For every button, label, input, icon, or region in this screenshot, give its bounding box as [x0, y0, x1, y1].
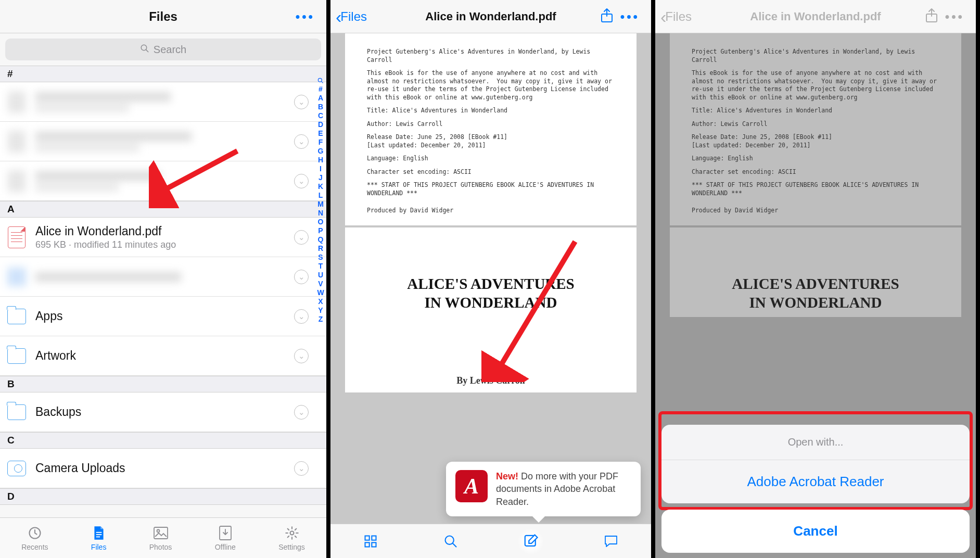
folder-name: Backups — [35, 405, 294, 419]
sheet-title: Open with... — [661, 425, 970, 460]
chevron-down-icon[interactable]: ⌄ — [294, 405, 309, 420]
svg-rect-15 — [365, 536, 370, 540]
file-icon — [92, 525, 106, 541]
folder-icon — [7, 345, 26, 367]
folder-name: Apps — [35, 309, 294, 323]
more-icon[interactable]: ••• — [620, 9, 640, 24]
folder-camera-uploads[interactable]: Camera Uploads ⌄ — [0, 449, 326, 488]
svg-point-10 — [157, 529, 159, 532]
svg-rect-6 — [96, 531, 101, 532]
edit-button[interactable] — [518, 528, 544, 554]
pdf-file-icon — [7, 226, 26, 248]
search-input[interactable]: Search — [5, 39, 321, 60]
svg-rect-16 — [372, 536, 376, 540]
tab-bar: Recents Files Photos Offline Settings — [0, 517, 326, 558]
clock-icon — [28, 525, 42, 541]
search-button[interactable] — [438, 528, 464, 554]
list-item[interactable]: ⌄ — [0, 161, 326, 201]
file-meta: 695 KB · modified 11 minutes ago — [35, 239, 294, 250]
tab-files[interactable]: Files — [91, 525, 107, 551]
share-button[interactable] — [600, 8, 614, 26]
svg-rect-8 — [96, 536, 100, 537]
section-a: A — [0, 201, 326, 218]
more-icon: ••• — [945, 9, 964, 24]
tab-photos[interactable]: Photos — [149, 525, 172, 551]
tab-offline[interactable]: Offline — [215, 525, 236, 551]
svg-line-20 — [453, 543, 456, 547]
list-item[interactable]: ⌄ — [0, 82, 326, 122]
chevron-down-icon[interactable]: ⌄ — [294, 270, 309, 284]
section-b: B — [0, 376, 326, 392]
viewer-navbar: ‹ Files Alice in Wonderland.pdf ••• — [330, 0, 651, 33]
file-name: Alice in Wonderland.pdf — [35, 224, 294, 238]
chevron-down-icon[interactable]: ⌄ — [294, 174, 309, 188]
action-sheet: Open with... Adobe Acrobat Reader Cancel — [661, 425, 970, 553]
grid-button[interactable] — [358, 528, 384, 554]
folder-artwork[interactable]: Artwork ⌄ — [0, 336, 326, 376]
list-item[interactable]: ⌄ — [0, 122, 326, 161]
chevron-down-icon[interactable]: ⌄ — [294, 134, 309, 149]
download-icon — [219, 525, 232, 541]
viewer-toolbar — [330, 524, 651, 558]
gear-icon — [285, 525, 299, 541]
acrobat-tooltip: A New! Do more with your PDF documents i… — [446, 462, 641, 516]
cancel-button[interactable]: Cancel — [661, 510, 970, 553]
tab-settings[interactable]: Settings — [278, 525, 305, 551]
acrobat-icon: A — [455, 470, 488, 502]
chevron-down-icon[interactable]: ⌄ — [294, 349, 309, 363]
tooltip-new-label: New! — [496, 471, 518, 481]
svg-rect-9 — [154, 527, 168, 539]
open-with-adobe[interactable]: Adobe Acrobat Reader — [661, 460, 970, 503]
svg-line-1 — [146, 49, 148, 52]
chevron-down-icon[interactable]: ⌄ — [294, 230, 309, 245]
document-title: Alice in Wonderland.pdf — [425, 10, 556, 23]
folder-name: Artwork — [35, 349, 294, 363]
chevron-down-icon[interactable]: ⌄ — [294, 461, 309, 476]
file-row-alice[interactable]: Alice in Wonderland.pdf 695 KB · modifie… — [0, 218, 326, 257]
files-navbar: Files ••• — [0, 0, 326, 33]
list-item[interactable]: ⌄ — [0, 257, 326, 297]
section-hash: # — [0, 66, 326, 82]
folder-backups[interactable]: Backups ⌄ — [0, 392, 326, 432]
document-viewport[interactable]: Project Gutenberg's Alice's Adventures i… — [330, 33, 651, 558]
search-icon — [140, 44, 149, 56]
search-placeholder: Search — [154, 44, 186, 56]
svg-point-12 — [290, 531, 294, 535]
folder-icon — [7, 306, 26, 327]
viewer-navbar: ‹ Files Alice in Wonderland.pdf ••• — [655, 0, 976, 33]
back-button: ‹ Files — [660, 6, 692, 27]
comment-button[interactable] — [598, 528, 624, 554]
svg-line-3 — [321, 81, 323, 83]
alpha-index[interactable]: #ABCDEFGHIJKLMNOPQRSTUVWXYZ — [316, 77, 325, 323]
section-d: D — [0, 488, 326, 505]
share-button — [925, 8, 938, 26]
navbar-title: Files — [149, 9, 177, 24]
svg-rect-7 — [96, 534, 101, 535]
section-c: C — [0, 432, 326, 449]
more-icon[interactable]: ••• — [296, 9, 315, 24]
folder-name: Camera Uploads — [35, 461, 294, 475]
tab-recents[interactable]: Recents — [21, 525, 48, 551]
chevron-down-icon[interactable]: ⌄ — [294, 95, 309, 109]
chevron-down-icon[interactable]: ⌄ — [294, 309, 309, 324]
document-title: Alice in Wonderland.pdf — [750, 10, 881, 23]
svg-rect-17 — [365, 542, 370, 547]
folder-apps[interactable]: Apps ⌄ — [0, 297, 326, 336]
folder-icon — [7, 401, 26, 423]
camera-icon — [7, 458, 26, 479]
svg-rect-18 — [372, 542, 376, 547]
photo-icon — [153, 525, 169, 541]
back-button[interactable]: ‹ Files — [336, 6, 367, 27]
